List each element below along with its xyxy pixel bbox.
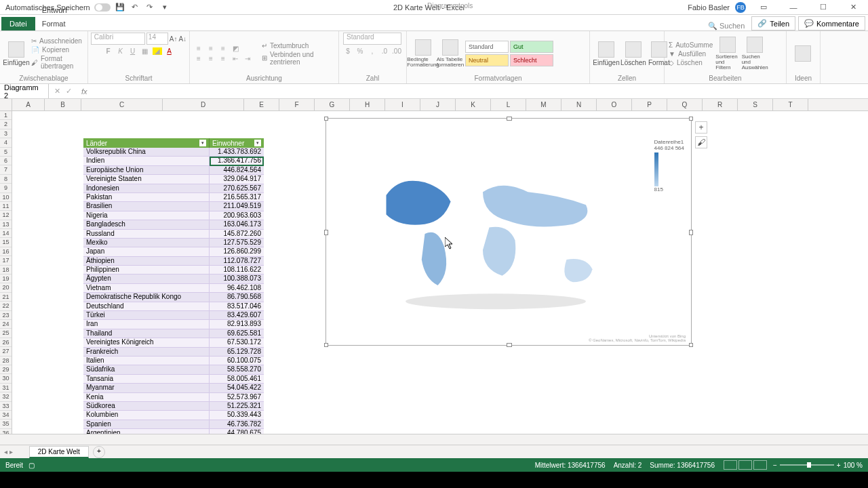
tab-format[interactable]: Format [35,17,98,30]
sort-filter-button[interactable]: Sortieren und Filtern [715,37,740,70]
fx-icon[interactable]: fx [77,87,87,96]
col-head[interactable]: G [315,99,350,110]
col-head[interactable]: R [703,99,738,110]
zoom-slider[interactable] [780,464,834,466]
table-row[interactable]: Russland145.872.260 [83,230,264,239]
redo-icon[interactable]: ↷ [144,2,155,13]
filter-icon[interactable]: ▾ [199,140,206,146]
col-head[interactable]: N [561,99,597,110]
shrink-font-icon[interactable]: A↓ [179,35,187,43]
share-button[interactable]: 🔗Teilen [751,16,795,30]
zoom-out-icon[interactable]: − [773,462,777,469]
table-row[interactable]: Vietnam96.462.108 [83,284,264,293]
table-row[interactable]: Demokratische Republik Kongo86.790.568 [83,293,264,302]
zoom-level[interactable]: 100 % [844,462,863,469]
cancel-formula-icon[interactable]: ✕ [54,87,60,96]
table-row[interactable]: Indien1.366.417.756 [83,157,264,165]
table-row[interactable]: Südkorea51.225.321 [83,402,264,411]
underline-button[interactable]: U [128,47,138,55]
autosum-button[interactable]: Σ AutoSumme [669,41,713,49]
chart-brush-icon[interactable]: 🖌 [695,136,707,148]
table-row[interactable]: Kolumbien50.339.443 [83,411,264,420]
find-select-button[interactable]: Suchen und Auswählen [743,37,767,70]
col-head[interactable]: L [491,99,526,110]
table-row[interactable]: Spanien46.736.782 [83,420,264,429]
cut-button[interactable]: ✂ Ausschneiden [31,37,83,45]
table-row[interactable]: Europäische Union446.824.564 [83,166,264,175]
italic-button[interactable]: K [116,47,125,55]
border-button[interactable]: ▦ [140,47,150,55]
font-size-select[interactable]: 14 [146,33,168,45]
table-row[interactable]: Bangladesch163.046.173 [83,220,264,229]
column-headers[interactable]: ABCDEFGHIJKLMNOPQRST [0,99,868,111]
insert-cells-button[interactable]: Einfügen [594,41,618,66]
paste-button[interactable]: Einfügen [4,41,28,66]
user-avatar[interactable]: FB [735,2,746,13]
table-row[interactable]: Kenia52.573.967 [83,393,264,402]
table-row[interactable]: Indonesien270.625.567 [83,184,264,193]
ribbon-display-icon[interactable]: ▭ [751,0,776,15]
macro-record-icon[interactable]: ▢ [28,462,35,469]
table-row[interactable]: Vereinigtes Königreich67.530.172 [83,338,264,347]
worksheet-grid[interactable]: Länder▾ Einwohner▾ Volksrepublik China1.… [12,111,868,434]
col-head[interactable]: C [81,99,163,110]
col-head[interactable]: A [12,99,45,110]
table-row[interactable]: Türkei83.429.607 [83,311,264,320]
font-color-button[interactable]: A [165,47,174,55]
col-head[interactable]: T [773,99,808,110]
copy-button[interactable]: 📄 Kopieren [31,46,83,54]
maximize-icon[interactable]: ☐ [811,0,835,15]
table-row[interactable]: Thailand69.625.581 [83,329,264,338]
style-good[interactable]: Gut [510,41,553,53]
autosave-toggle[interactable] [94,3,111,12]
table-format-button[interactable]: Als Tabelle formatieren [438,39,462,68]
style-standard[interactable]: Standard [465,41,509,53]
customize-qat-icon[interactable]: ▾ [159,2,170,13]
file-tab[interactable]: Datei [1,17,35,30]
tab-entwurf[interactable]: Entwurf [35,3,98,17]
save-icon[interactable]: 💾 [115,2,125,13]
number-format-select[interactable]: Standard [343,33,401,45]
table-row[interactable]: Vereinigte Staaten329.064.917 [83,175,264,184]
table-row[interactable]: Äthiopien112.078.727 [83,257,264,266]
table-row[interactable]: Argentinien44.780.675 [83,429,264,434]
col-head[interactable]: D [163,99,244,110]
fill-button[interactable]: ▼ Ausfüllen [669,50,713,58]
fill-color-button[interactable]: ◢ [153,47,162,55]
enter-formula-icon[interactable]: ✓ [66,87,72,96]
comments-button[interactable]: 💬Kommentare [798,16,865,30]
table-row[interactable]: Pakistan216.565.317 [83,193,264,202]
table-row[interactable]: Deutschland83.517.046 [83,302,264,311]
add-sheet-button[interactable]: + [93,446,105,458]
col-head[interactable]: Q [667,99,703,110]
view-pagebreak-icon[interactable] [753,460,767,470]
table-row[interactable]: Frankreich65.129.728 [83,348,264,357]
table-row[interactable]: Brasilien211.049.519 [83,202,264,211]
table-header-pop[interactable]: Einwohner▾ [210,138,264,148]
table-row[interactable]: Volksrepublik China1.433.783.692 [83,148,264,157]
delete-cells-button[interactable]: Löschen [621,41,646,66]
cond-format-button[interactable]: Bedingte Formatierung [411,39,435,68]
close-icon[interactable]: ✕ [841,0,865,15]
style-neutral[interactable]: Neutral [465,54,509,66]
col-head[interactable]: J [420,99,456,110]
view-pagelayout-icon[interactable] [738,460,752,470]
col-head[interactable]: K [456,99,491,110]
col-head[interactable]: F [279,99,315,110]
ideas-button[interactable] [791,45,815,62]
table-row[interactable]: Iran82.913.893 [83,320,264,329]
table-header-country[interactable]: Länder▾ [83,138,210,148]
table-row[interactable]: Nigeria200.963.603 [83,211,264,220]
horizontal-scrollbar[interactable] [0,434,868,445]
col-head[interactable]: I [385,99,420,110]
name-box[interactable]: Diagramm 2 [0,84,49,98]
clear-button[interactable]: ◇ Löschen [669,59,713,66]
col-head[interactable]: H [350,99,385,110]
view-normal-icon[interactable] [724,460,737,470]
filter-icon[interactable]: ▾ [254,140,261,146]
sheet-tab[interactable]: 2D Karte Welt [29,446,89,458]
grow-font-icon[interactable]: A↑ [170,35,178,43]
table-row[interactable]: Südafrika58.558.270 [83,365,264,374]
col-head[interactable]: P [632,99,667,110]
undo-icon[interactable]: ↶ [130,2,140,13]
